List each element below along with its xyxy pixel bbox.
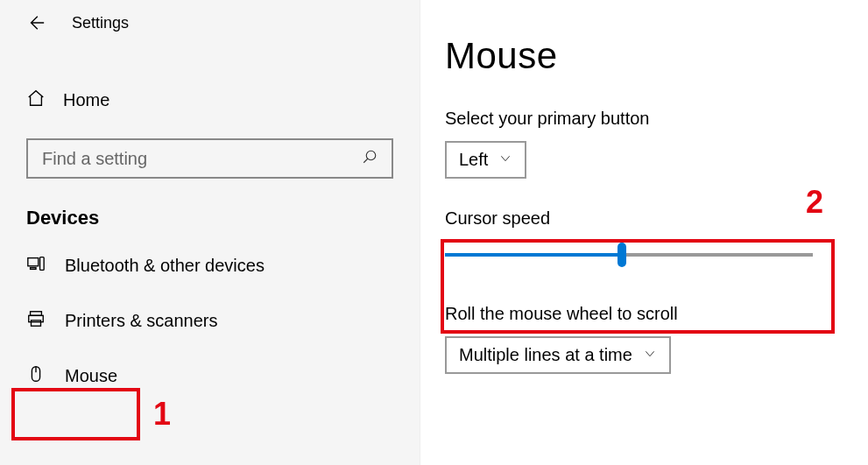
sidebar-item-mouse[interactable]: Mouse: [0, 349, 420, 404]
settings-sidebar: Settings Home Find a setting Devices Blu…: [0, 0, 420, 465]
scroll-label: Roll the mouse wheel to scroll: [445, 304, 843, 324]
select-value: Multiple lines at a time: [459, 345, 632, 365]
svg-rect-6: [32, 321, 41, 326]
search-input[interactable]: Find a setting: [26, 138, 393, 179]
svg-rect-3: [40, 257, 45, 271]
slider-fill: [445, 253, 622, 257]
back-icon[interactable]: [26, 13, 46, 32]
home-icon: [26, 88, 46, 112]
cursor-speed-label: Cursor speed: [445, 208, 843, 229]
annotation-label-1: 1: [153, 396, 171, 433]
main-panel: Mouse Select your primary button Left Cu…: [420, 0, 868, 465]
slider-rest: [622, 253, 813, 257]
chevron-down-icon: [498, 150, 512, 170]
svg-rect-1: [28, 258, 39, 266]
devices-icon: [26, 254, 46, 278]
mouse-icon: [26, 364, 46, 388]
page-title: Mouse: [445, 35, 843, 77]
slider-thumb[interactable]: [617, 243, 626, 267]
sidebar-item-bluetooth[interactable]: Bluetooth & other devices: [0, 238, 420, 293]
cursor-speed-slider[interactable]: [445, 253, 813, 257]
primary-button-label: Select your primary button: [445, 109, 843, 129]
nav-label: Mouse: [65, 366, 117, 386]
home-label: Home: [63, 90, 109, 110]
select-value: Left: [459, 150, 488, 170]
category-header: Devices: [0, 179, 420, 238]
search-icon: [362, 149, 378, 168]
annotation-label-2: 2: [806, 184, 823, 221]
home-nav[interactable]: Home: [0, 76, 420, 124]
scroll-select[interactable]: Multiple lines at a time: [445, 336, 671, 374]
chevron-down-icon: [643, 345, 657, 365]
svg-rect-2: [31, 268, 36, 270]
app-title: Settings: [72, 14, 129, 32]
primary-button-select[interactable]: Left: [445, 141, 526, 179]
nav-label: Printers & scanners: [65, 311, 218, 331]
nav-label: Bluetooth & other devices: [65, 256, 265, 276]
svg-point-0: [366, 151, 376, 160]
sidebar-item-printers[interactable]: Printers & scanners: [0, 293, 420, 349]
search-placeholder: Find a setting: [42, 149, 147, 169]
printer-icon: [26, 309, 46, 333]
